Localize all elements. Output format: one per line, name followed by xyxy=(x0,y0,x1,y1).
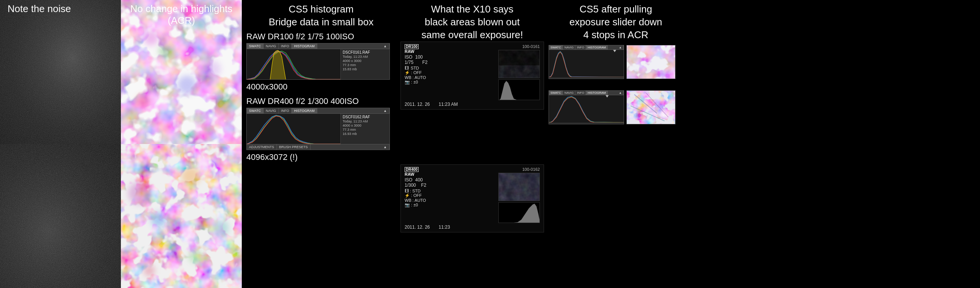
svg-rect-17 xyxy=(549,50,624,77)
col2-title: No change in highlights (ACR) xyxy=(129,3,234,27)
tab-histogram[interactable]: HISTOGRAM xyxy=(292,43,317,49)
histogram-chart-top xyxy=(247,49,340,80)
cs5-panel-bottom: SWATC NAVIG INFO HISTOGRAM ▲ xyxy=(549,90,683,124)
cs5-panel-top: SWATC NAVIG INFO HISTOGRAM ▲ xyxy=(549,45,683,79)
top-ss: 1/75 xyxy=(405,60,413,65)
tab-brushpresets[interactable]: BRUSH PRESETS xyxy=(277,144,310,150)
bottom-std: : STD xyxy=(410,189,420,193)
top-ev: : ±0 xyxy=(411,80,418,84)
tab-expand[interactable]: ▲ xyxy=(381,43,390,49)
tab-swatc[interactable]: SWATC xyxy=(247,43,264,49)
bottom-wb: : AUTO xyxy=(412,198,426,202)
tab-info[interactable]: INFO xyxy=(279,43,292,49)
top-flash: : OFF xyxy=(411,70,422,75)
camera-panel-top: DR100 RAW ISO 100 1/75 F2 🎞 STD xyxy=(401,41,544,110)
svg-rect-14 xyxy=(499,173,540,201)
col5-title: CS5 after pulling exposure slider down 4… xyxy=(549,3,683,41)
cs5-histogram-top: SWATC NAVIG INFO HISTOGRAM ▲ xyxy=(549,45,624,79)
tab-info-2[interactable]: INFO xyxy=(279,108,292,113)
cs5-thumbnail-top xyxy=(626,45,676,79)
bottom-cam-histogram xyxy=(498,202,540,223)
top-histogram-panel: SWATC NAVIG INFO HISTOGRAM ▲ xyxy=(246,43,390,80)
top-cam-histogram xyxy=(498,80,540,100)
col4-x10: What the X10 says black areas blown out … xyxy=(401,0,544,288)
top-size-label: 4000x3000 xyxy=(246,82,396,92)
cs5-tab-info-bot[interactable]: INFO xyxy=(575,91,586,95)
bottom-cam-filename: 100-0162 xyxy=(498,167,540,172)
svg-rect-1 xyxy=(0,144,121,288)
svg-rect-8 xyxy=(499,50,540,65)
cs5-tab-swatc-bot[interactable]: SWATC xyxy=(549,91,563,95)
tab-histogram-2[interactable]: HISTOGRAM xyxy=(292,108,317,113)
cs5-tab-histogram-top[interactable]: HISTOGRAM xyxy=(586,45,608,49)
bottom-iso-label: ISO xyxy=(405,177,412,183)
bottom-dr-badge: DR400 xyxy=(405,167,418,172)
camera-panel-bottom: DR400 RAW ISO 400 1/300 F2 🎞 : STD xyxy=(401,164,544,232)
bottom-cam-datetime: 2011. 12. 26 11:23 xyxy=(405,224,540,230)
tab-expand-2[interactable]: ▲ xyxy=(381,108,390,113)
cs5-tab-swatc-top[interactable]: SWATC xyxy=(549,45,563,49)
top-cam-filename: 100-0161 xyxy=(498,44,540,49)
histogram-info-top: DSCF0161.RAF Today, 11:23 AM 4000 x 3000… xyxy=(340,49,390,80)
top-dr-badge: DR100 xyxy=(405,44,418,49)
col3-cs5-histogram: CS5 histogram Bridge data in small box R… xyxy=(242,0,401,288)
noise-image-bottom xyxy=(0,144,121,288)
col5-cs5-after: CS5 after pulling exposure slider down 4… xyxy=(544,0,687,288)
top-wb: : AUTO xyxy=(412,75,426,80)
histogram-info-bottom: DSCF0162.RAF Today, 11:23 AM 4000 x 3000… xyxy=(340,114,390,144)
col1-title: Note the noise xyxy=(8,3,71,15)
bottom-raw-label: RAW DR400 f/2 1/300 400ISO xyxy=(246,96,396,106)
svg-rect-9 xyxy=(499,65,540,78)
bottom-filename: DSCF0162.RAF xyxy=(343,115,388,119)
tab-navig[interactable]: NAVIG xyxy=(264,43,279,49)
col4-title: What the X10 says black areas blown out … xyxy=(404,3,540,41)
noise-image-top xyxy=(0,0,121,144)
cs5-thumbnail-bottom xyxy=(626,90,676,124)
cs5-tab-histogram-bot[interactable]: HISTOGRAM xyxy=(586,91,608,95)
top-std: STD xyxy=(410,66,419,70)
top-cam-datetime: 2011. 12. 26 11:23 AM xyxy=(405,102,540,107)
svg-rect-20 xyxy=(627,45,676,79)
svg-rect-4 xyxy=(247,49,340,80)
bottom-flash: : OFF xyxy=(411,193,422,198)
highlight-image-bottom xyxy=(121,144,242,288)
histogram-chart-bottom xyxy=(247,114,340,144)
bottom-aperture: F2 xyxy=(421,183,426,188)
bottom-cam-thumbnail xyxy=(498,173,540,201)
svg-rect-5 xyxy=(247,114,340,144)
col2-highlights: No change in highlights (ACR) xyxy=(121,0,242,288)
svg-rect-0 xyxy=(0,0,121,144)
tab-adjustments[interactable]: ADJUSTMENTS xyxy=(247,144,277,150)
top-iso-label: ISO xyxy=(405,54,412,60)
col3-title: CS5 histogram Bridge data in small box xyxy=(246,3,396,29)
tab-expand-3[interactable]: ▲ xyxy=(381,144,390,150)
top-aperture: F2 xyxy=(422,60,428,65)
top-filename: DSCF0161.RAF xyxy=(343,50,388,54)
tab-navig-2[interactable]: NAVIG xyxy=(264,108,279,113)
svg-rect-3 xyxy=(121,144,242,288)
bottom-ss: 1/300 xyxy=(405,183,416,188)
col1-noise: Note the noise xyxy=(0,0,121,288)
bottom-raw-badge: RAW xyxy=(405,172,426,177)
cs5-tab-navig-bot[interactable]: NAVIG xyxy=(563,91,575,95)
bottom-size-label: 4096x3072 (!) xyxy=(246,152,396,162)
top-iso-val: 100 xyxy=(415,54,423,60)
cs5-tab-navig-top[interactable]: NAVIG xyxy=(563,45,575,49)
top-raw-label: RAW DR100 f/2 1/75 100ISO xyxy=(246,32,396,41)
bottom-ev: : ±0 xyxy=(411,202,418,207)
tab-swatc-2[interactable]: SWATC xyxy=(247,108,264,113)
bottom-iso-val: 400 xyxy=(415,177,423,183)
cs5-tab-info-top[interactable]: INFO xyxy=(575,45,586,49)
top-cam-thumbnail xyxy=(498,50,540,78)
bottom-histogram-panel: SWATC NAVIG INFO HISTOGRAM ▲ xyxy=(246,108,390,150)
cs5-histogram-bottom: SWATC NAVIG INFO HISTOGRAM ▲ xyxy=(549,90,624,124)
top-raw-badge: RAW xyxy=(405,49,428,54)
